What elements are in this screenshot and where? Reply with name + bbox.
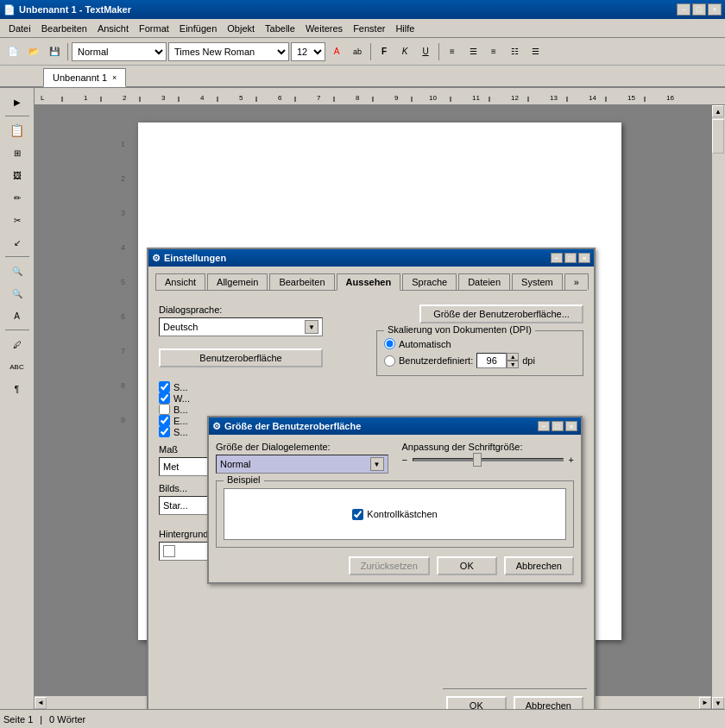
font-color-button[interactable]: A bbox=[327, 42, 346, 61]
checkbox-w-input[interactable] bbox=[159, 392, 170, 404]
checkbox-w: W... bbox=[159, 392, 366, 404]
svg-text:11: 11 bbox=[472, 94, 480, 102]
menu-ansicht[interactable]: Ansicht bbox=[92, 22, 134, 35]
surface-size-title-label: Größe der Benutzeroberfläche bbox=[224, 421, 361, 431]
size-dropdown[interactable]: 12 bbox=[291, 42, 325, 61]
menu-format[interactable]: Format bbox=[134, 22, 174, 35]
menu-objekt[interactable]: Objekt bbox=[222, 22, 260, 35]
einstellungen-buttons: OK Abbrechen bbox=[443, 688, 587, 709]
document-area: 1 2 3 4 5 6 7 8 9 ▲ ▼ ◄ ► bbox=[35, 105, 725, 709]
underline-button[interactable]: U bbox=[416, 42, 435, 61]
user-surface-button[interactable]: Benutzeroberfläche bbox=[159, 348, 323, 367]
dpi-down-btn[interactable]: ▼ bbox=[507, 361, 519, 368]
sidebar-arrow-btn[interactable]: ↙ bbox=[5, 232, 29, 253]
svg-text:8: 8 bbox=[356, 94, 360, 102]
einstellungen-cancel-button[interactable]: Abbrechen bbox=[514, 696, 583, 709]
sidebar-table-btn[interactable]: ⊞ bbox=[5, 142, 29, 163]
einstellungen-ok-button[interactable]: OK bbox=[446, 696, 507, 709]
menu-bearbeiten[interactable]: Bearbeiten bbox=[36, 22, 92, 35]
tab-aussehen[interactable]: Aussehen bbox=[337, 273, 401, 291]
surface-size-button[interactable]: Größe der Benutzeroberfläche... bbox=[419, 304, 583, 323]
surface-reset-button[interactable]: Zurücksetzen bbox=[349, 556, 430, 575]
tab-sprache[interactable]: Sprache bbox=[402, 273, 457, 290]
numbered-list-button[interactable]: ☰ bbox=[526, 42, 545, 61]
tab-system[interactable]: System bbox=[512, 273, 563, 290]
sidebar-scissors-btn[interactable]: ✂ bbox=[5, 210, 29, 230]
menu-tabelle[interactable]: Tabelle bbox=[260, 22, 300, 35]
svg-text:12: 12 bbox=[511, 94, 519, 102]
svg-text:13: 13 bbox=[550, 94, 558, 102]
font-size-slider[interactable] bbox=[413, 458, 564, 461]
scaling-group-label: Skalierung von Dokumenten (DPI) bbox=[384, 324, 535, 335]
tab-allgemein[interactable]: Allgemein bbox=[207, 273, 268, 290]
example-checkbox[interactable] bbox=[352, 509, 363, 520]
sidebar-zoom-out-btn[interactable]: 🔍 bbox=[5, 283, 29, 304]
sidebar-paint-btn[interactable]: 🖊 bbox=[5, 334, 29, 355]
highlight-button[interactable]: ab bbox=[348, 42, 367, 61]
new-button[interactable]: 📄 bbox=[3, 42, 22, 61]
checkbox-s2-input[interactable] bbox=[159, 426, 170, 437]
menu-einfuegen[interactable]: Einfügen bbox=[174, 22, 222, 35]
example-checkbox-item: Kontrollkästchen bbox=[352, 509, 437, 520]
menu-datei[interactable]: Datei bbox=[3, 22, 36, 35]
einstellungen-minimize[interactable]: − bbox=[551, 253, 563, 263]
maximize-button[interactable]: □ bbox=[692, 3, 706, 16]
font-dropdown[interactable]: Times New Roman bbox=[168, 42, 289, 61]
align-right-button[interactable]: ≡ bbox=[484, 42, 503, 61]
sidebar-doc-btn[interactable]: 📋 bbox=[5, 120, 29, 141]
menu-hilfe[interactable]: Hilfe bbox=[390, 22, 419, 35]
surface-minimize[interactable]: − bbox=[538, 421, 550, 431]
surface-cancel-button[interactable]: Abbrechen bbox=[504, 556, 574, 575]
dpi-up-btn[interactable]: ▲ bbox=[507, 353, 519, 361]
sidebar-image-btn[interactable]: 🖼 bbox=[5, 165, 29, 185]
custom-radio[interactable] bbox=[384, 355, 395, 367]
auto-radio[interactable] bbox=[384, 338, 395, 349]
einstellungen-title-bar: ⚙ Einstellungen − □ × bbox=[148, 249, 594, 267]
menu-weiteres[interactable]: Weiteres bbox=[300, 22, 348, 35]
minimize-button[interactable]: − bbox=[677, 3, 690, 16]
einstellungen-maximize[interactable]: □ bbox=[564, 253, 577, 263]
menu-fenster[interactable]: Fenster bbox=[348, 22, 390, 35]
sidebar-text-btn[interactable]: A bbox=[5, 305, 29, 326]
dialog-elements-label: Größe der Dialogelemente: bbox=[216, 442, 388, 452]
tab-close-button[interactable]: × bbox=[112, 73, 117, 82]
surface-ok-button[interactable]: OK bbox=[437, 556, 497, 575]
example-group-label: Beispiel bbox=[224, 474, 264, 485]
save-button[interactable]: 💾 bbox=[45, 42, 64, 61]
checkbox-s-input[interactable] bbox=[159, 381, 170, 392]
sidebar-draw-btn[interactable]: ✏ bbox=[5, 187, 29, 208]
language-dropdown[interactable]: Deutsch ▼ bbox=[159, 317, 323, 336]
surface-maximize[interactable]: □ bbox=[552, 421, 564, 431]
document-tab[interactable]: Unbenannt 1 × bbox=[43, 68, 126, 87]
italic-button[interactable]: K bbox=[395, 42, 414, 61]
checkbox-e-input[interactable] bbox=[159, 415, 170, 426]
dpi-input[interactable] bbox=[476, 353, 507, 368]
close-button[interactable]: × bbox=[708, 3, 722, 16]
tab-bearbeiten[interactable]: Bearbeiten bbox=[269, 273, 334, 290]
align-center-button[interactable]: ☰ bbox=[463, 42, 482, 61]
status-bar: Seite 1 | 0 Wörter bbox=[0, 709, 725, 728]
sidebar-para-btn[interactable]: ¶ bbox=[5, 379, 29, 399]
slider-min-label: − bbox=[402, 455, 407, 465]
checkbox-b-input[interactable] bbox=[159, 404, 170, 415]
slider-thumb[interactable] bbox=[473, 453, 482, 467]
scaling-radio-group: Automatisch Benutzerdefiniert: bbox=[384, 338, 576, 368]
sidebar-spell-btn[interactable]: ABC bbox=[5, 356, 29, 377]
tab-more[interactable]: » bbox=[564, 273, 589, 290]
sidebar-zoom-in-btn[interactable]: 🔍 bbox=[5, 260, 29, 281]
sidebar-mode-btn[interactable]: ▶ bbox=[5, 91, 29, 112]
style-dropdown[interactable]: Normal bbox=[72, 42, 167, 61]
svg-text:1: 1 bbox=[84, 94, 88, 102]
bullet-list-button[interactable]: ☷ bbox=[505, 42, 524, 61]
surface-close[interactable]: × bbox=[565, 421, 577, 431]
align-left-button[interactable]: ≡ bbox=[443, 42, 462, 61]
bold-button[interactable]: F bbox=[375, 42, 394, 61]
dialog-elements-dropdown[interactable]: Normal ▼ bbox=[216, 455, 388, 474]
tab-bar: Unbenannt 1 × bbox=[0, 66, 725, 88]
dialog-elements-value: Normal bbox=[220, 459, 250, 469]
open-button[interactable]: 📂 bbox=[24, 42, 43, 61]
einstellungen-close[interactable]: × bbox=[578, 253, 590, 263]
tab-ansicht[interactable]: Ansicht bbox=[155, 273, 205, 290]
tab-dateien[interactable]: Dateien bbox=[458, 273, 510, 290]
einstellungen-title-label: Einstellungen bbox=[164, 253, 226, 263]
